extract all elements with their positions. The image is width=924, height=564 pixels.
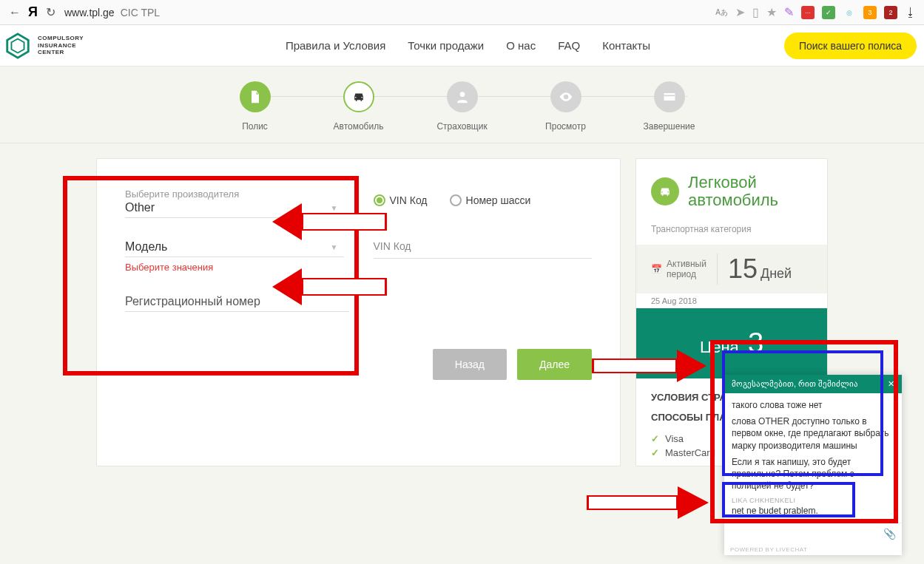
chat-agent-reply: net ne budet prablem. [732,505,894,517]
step-policy[interactable]: Полис [203,81,307,132]
calendar-icon: 📅 [651,264,662,274]
radio-unselected-icon [450,194,462,206]
attach-icon[interactable]: 📎 [883,528,896,540]
extension-icon-3[interactable]: ◎ [843,6,856,19]
chat-header[interactable]: მოგესალმებით, რით შემიძლია ✕ [724,375,902,393]
svg-point-2 [459,92,465,97]
manufacturer-value: Other [125,201,331,214]
chat-msg: такого слова тоже нет [732,399,894,411]
nav-links: Правила и Условия Точки продажи О нас FA… [152,39,784,52]
lock-icon[interactable]: ▯ [752,5,759,19]
radio-selected-icon [374,194,385,206]
document-icon [248,89,263,104]
step-complete[interactable]: Завершение [618,81,721,132]
chat-powered-by: POWERED BY LIVECHAT [724,544,902,555]
id-type-radio-group: VIN Код Номер шасси [374,194,593,206]
category-subtitle: Транспортная категория [636,224,827,245]
extension-icon-4[interactable]: 3 [863,6,877,19]
send-icon[interactable]: ➤ [735,5,745,19]
price-value: 3 [748,327,763,359]
car-category-icon [651,177,679,205]
model-label: Модель [125,240,331,254]
car-icon [351,89,366,104]
step-vehicle[interactable]: Автомобиль [307,81,411,132]
extension-icon-2[interactable]: ✓ [822,6,835,19]
nav-rules[interactable]: Правила и Условия [286,39,385,52]
url-text[interactable]: www.tpl.ge [64,7,115,18]
download-icon[interactable]: ⭳ [905,6,917,19]
back-button[interactable]: Назад [433,349,507,380]
step-review[interactable]: Просмотр [514,81,618,132]
page-title-text: CIC TPL [121,7,160,18]
card-icon [662,89,677,104]
feather-icon[interactable]: ✎ [784,5,794,19]
star-icon[interactable]: ★ [766,5,777,19]
chevron-down-icon: ▼ [331,243,338,251]
svg-marker-0 [7,33,29,57]
manufacturer-label: Выберите производителя [125,188,344,200]
svg-rect-12 [589,497,676,509]
period-days-unit: Дней [761,266,792,282]
svg-rect-4 [664,95,675,97]
category-title: Легковой автомобиль [688,174,778,209]
translate-icon[interactable]: Aあ [715,7,728,18]
logo-area[interactable]: COMPULSORY INSURANCE CENTER [4,32,152,60]
nav-about[interactable]: О нас [506,39,536,52]
chat-input[interactable] [730,529,883,539]
chat-msg: Если я так напишу, это будет правильно? … [732,456,894,492]
extension-icon-1[interactable]: ··· [801,6,815,19]
registration-label: Регистрационный номер [125,295,349,308]
search-policy-button[interactable]: Поиск вашего полиса [784,33,917,59]
reload-button[interactable]: ↻ [44,5,58,20]
browser-address-bar: ← Я ↻ www.tpl.ge CIC TPL Aあ ➤ ▯ ★ ✎ ··· … [0,0,924,25]
svg-marker-11 [587,486,709,519]
yandex-logo[interactable]: Я [28,4,38,20]
chat-agent-name: LIKA CHKHENKELI [732,496,894,505]
logo-icon [4,32,32,60]
vin-input[interactable]: VIN Код [374,240,593,259]
svg-marker-1 [11,38,24,52]
chat-messages[interactable]: такого слова тоже нет слова OTHER доступ… [724,393,902,523]
nav-sales[interactable]: Точки продажи [408,39,484,52]
close-icon[interactable]: ✕ [888,379,894,389]
vehicle-form: Выберите производителя Other ▼ VIN Код [96,158,621,466]
check-icon: ✓ [651,447,659,458]
progress-steps: Полис Автомобиль Страховщик Просмотр Зав… [0,67,924,143]
model-field[interactable]: Модель ▼ Выберите значения [125,240,344,273]
registration-field[interactable]: Регистрационный номер [125,295,349,312]
svg-rect-3 [664,93,675,101]
step-insurer[interactable]: Страховщик [411,81,514,132]
check-icon: ✓ [651,433,659,444]
annotation-arrow [583,484,709,521]
site-header: COMPULSORY INSURANCE CENTER Правила и Ус… [0,25,924,67]
eye-icon [559,89,573,104]
vin-radio[interactable]: VIN Код [374,194,428,206]
logo-text: COMPULSORY INSURANCE CENTER [38,35,84,56]
chat-msg: слова OTHER доступно только в первом окн… [732,415,894,452]
next-button[interactable]: Далее [517,349,592,380]
extension-icon-5[interactable]: 2 [884,6,897,19]
period-date: 25 Aug 2018 [636,293,827,308]
person-icon [455,89,470,104]
model-error: Выберите значения [125,262,344,273]
chevron-down-icon: ▼ [331,204,338,212]
nav-contacts[interactable]: Контакты [602,39,650,52]
nav-faq[interactable]: FAQ [558,39,580,52]
period-box: 📅 Активный период 15 Дней [636,245,827,293]
chassis-radio[interactable]: Номер шасси [450,194,531,206]
livechat-widget: მოგესალმებით, რით შემიძლია ✕ такого слов… [724,375,902,555]
price-box: Цена 3 [636,308,827,378]
period-days-value: 15 [728,254,758,285]
manufacturer-field[interactable]: Выберите производителя Other ▼ [125,188,344,218]
back-button[interactable]: ← [7,5,22,20]
